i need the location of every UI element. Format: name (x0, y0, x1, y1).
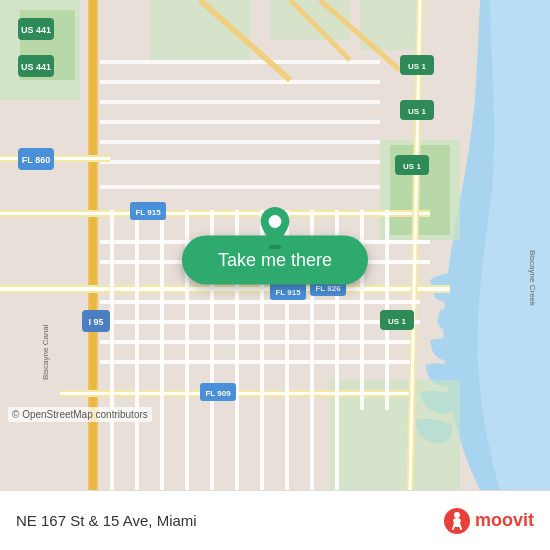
svg-text:Biscayne Creek: Biscayne Creek (528, 250, 537, 307)
svg-text:US 441: US 441 (21, 62, 51, 72)
svg-rect-41 (100, 140, 380, 144)
svg-rect-25 (110, 210, 114, 490)
moovit-logo: moovit (443, 507, 534, 535)
svg-text:I 95: I 95 (88, 317, 103, 327)
svg-text:US 1: US 1 (403, 162, 421, 171)
svg-point-76 (269, 215, 282, 228)
svg-rect-37 (100, 60, 380, 64)
svg-text:FL 909: FL 909 (205, 389, 231, 398)
navigation-overlay: Take me there (182, 206, 368, 285)
svg-rect-40 (100, 120, 380, 124)
map-view: US 441 US 441 FL 860 I 95 FL 915 FL 915 … (0, 0, 550, 490)
moovit-icon (443, 507, 471, 535)
svg-rect-42 (100, 160, 380, 164)
svg-rect-39 (100, 100, 380, 104)
location-pin-icon (253, 206, 297, 250)
svg-rect-27 (160, 210, 164, 490)
svg-text:US 1: US 1 (388, 317, 406, 326)
location-address: NE 167 St & 15 Ave, Miami (16, 512, 197, 529)
svg-text:Biscayne Canal: Biscayne Canal (41, 324, 50, 380)
svg-text:US 441: US 441 (21, 25, 51, 35)
svg-point-78 (454, 512, 460, 518)
moovit-brand-name: moovit (475, 510, 534, 531)
svg-rect-12 (0, 287, 450, 291)
svg-rect-48 (0, 157, 110, 160)
svg-text:US 1: US 1 (408, 62, 426, 71)
svg-text:FL 915: FL 915 (135, 208, 161, 217)
bottom-info-bar: NE 167 St & 15 Ave, Miami moovit (0, 490, 550, 550)
svg-rect-43 (100, 185, 380, 189)
osm-attribution: © OpenStreetMap contributors (8, 407, 152, 422)
svg-text:FL 915: FL 915 (275, 288, 301, 297)
svg-text:FL 860: FL 860 (22, 155, 50, 165)
svg-text:US 1: US 1 (408, 107, 426, 116)
svg-text:FL 826: FL 826 (315, 284, 341, 293)
svg-rect-38 (100, 80, 380, 84)
svg-rect-26 (135, 210, 139, 490)
